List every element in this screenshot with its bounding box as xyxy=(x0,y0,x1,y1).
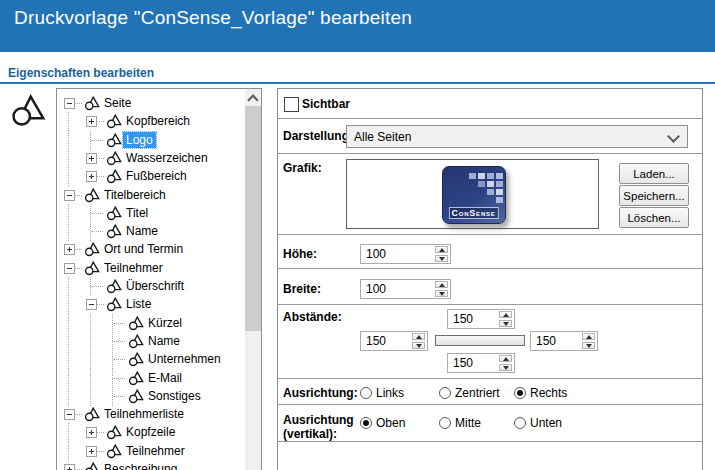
loeschen-button[interactable]: Löschen... xyxy=(619,207,689,228)
tree-item-teilnehmer[interactable]: Teilnehmer xyxy=(57,442,245,461)
tree-item-e-mail[interactable]: E-Mail xyxy=(57,369,245,388)
radio-links[interactable]: Links xyxy=(360,386,404,400)
tree-item-label[interactable]: Überschrift xyxy=(123,278,187,294)
tree-node-icon xyxy=(106,297,122,312)
tree-item-label[interactable]: Liste xyxy=(123,296,154,312)
collapse-toggle-icon[interactable] xyxy=(64,263,75,274)
tree-item-label[interactable]: Titelbereich xyxy=(101,187,169,203)
tree-item-label[interactable]: Sonstiges xyxy=(145,388,204,404)
grafik-preview: ConSense xyxy=(346,159,599,229)
spin-down-button[interactable] xyxy=(435,255,448,262)
tree-item-kuerzel[interactable]: Kürzel xyxy=(57,314,245,333)
tree-guide-line xyxy=(68,167,69,186)
tree-item-seite[interactable]: Seite xyxy=(57,94,245,113)
tree-item-label[interactable]: Name xyxy=(123,223,161,239)
collapse-toggle-icon[interactable] xyxy=(64,190,75,201)
tree-item-teilnehmer[interactable]: Teilnehmer xyxy=(57,259,245,278)
radio-zentriert[interactable]: Zentriert xyxy=(439,386,500,400)
darstellung-select[interactable]: Alle Seiten xyxy=(346,125,688,148)
tree-item-label[interactable]: Seite xyxy=(101,95,134,111)
tree-item-label[interactable]: Titel xyxy=(123,205,151,221)
collapse-toggle-icon[interactable] xyxy=(64,98,75,109)
row-divider xyxy=(278,118,702,119)
tree-item-label[interactable]: Kopfbereich xyxy=(123,113,193,129)
tree-item-label[interactable]: Teilnehmer xyxy=(123,443,188,459)
radio-oben[interactable]: Oben xyxy=(360,416,405,430)
tree-item-label[interactable]: Kürzel xyxy=(145,315,185,331)
spin-up-button[interactable] xyxy=(435,281,448,288)
tree-guide-line xyxy=(68,131,69,150)
tree-item-label[interactable]: Teilnehmer xyxy=(101,260,166,276)
tree-item-unternehmen[interactable]: Unternehmen xyxy=(57,350,245,369)
tree-item-label[interactable]: Teilnehmerliste xyxy=(101,406,187,422)
spin-down-button[interactable] xyxy=(499,364,512,371)
tree-scrollbar[interactable] xyxy=(245,89,261,470)
tree-item-label[interactable]: Ort und Termin xyxy=(101,241,186,257)
tree-item-fussbereich[interactable]: Fußbereich xyxy=(57,167,245,186)
tree-item-ueberschrift[interactable]: Überschrift xyxy=(57,277,245,296)
abstand-oben-spinner[interactable]: 150 xyxy=(447,309,515,329)
radio-mitte[interactable]: Mitte xyxy=(439,416,481,430)
tree-item-label[interactable]: Beschreibung xyxy=(101,461,180,470)
tree-item-label[interactable]: Unternehmen xyxy=(145,351,224,367)
tree-item-label[interactable]: Kopfzeile xyxy=(123,424,178,440)
collapse-toggle-icon[interactable] xyxy=(86,299,97,310)
abstand-rechts-spinner[interactable]: 150 xyxy=(530,331,598,351)
tree-node-icon xyxy=(106,425,122,440)
tree-item-titelbereich[interactable]: Titelbereich xyxy=(57,186,245,205)
expand-toggle-icon[interactable] xyxy=(86,427,97,438)
tree-node-icon xyxy=(106,224,122,239)
spin-down-button[interactable] xyxy=(412,342,425,349)
spin-up-button[interactable] xyxy=(435,246,448,253)
breite-spinner[interactable]: 100 xyxy=(360,279,451,299)
collapse-toggle-icon[interactable] xyxy=(64,409,75,420)
row-divider xyxy=(278,404,702,405)
spin-down-button[interactable] xyxy=(435,290,448,297)
spin-up-button[interactable] xyxy=(412,333,425,340)
tree-item-label[interactable]: Wasserzeichen xyxy=(123,150,211,166)
expand-toggle-icon[interactable] xyxy=(64,464,75,470)
abstand-links-spinner[interactable]: 150 xyxy=(360,331,428,351)
scrollbar-up-button[interactable] xyxy=(245,89,261,105)
tree-guide-line xyxy=(97,451,104,452)
spin-up-button[interactable] xyxy=(582,333,595,340)
radio-rechts[interactable]: Rechts xyxy=(514,386,567,400)
expand-toggle-icon[interactable] xyxy=(86,116,97,127)
scrollbar-thumb[interactable] xyxy=(245,106,261,331)
spin-buttons xyxy=(498,355,513,371)
expand-toggle-icon[interactable] xyxy=(86,153,97,164)
spin-up-button[interactable] xyxy=(499,311,512,318)
expand-toggle-icon[interactable] xyxy=(86,171,97,182)
tree-item-name[interactable]: Name xyxy=(57,222,245,241)
spin-down-button[interactable] xyxy=(499,320,512,327)
tree-item-titel[interactable]: Titel xyxy=(57,204,245,223)
tree-item-name[interactable]: Name xyxy=(57,332,245,351)
tree-item-label[interactable]: Name xyxy=(145,333,183,349)
speichern-button[interactable]: Speichern... xyxy=(619,185,689,206)
radio-unten[interactable]: Unten xyxy=(514,416,562,430)
tree-item-wasserzeichen[interactable]: Wasserzeichen xyxy=(57,149,245,168)
tree-item-beschreibung[interactable]: Beschreibung xyxy=(57,460,245,470)
tree-item-sonstiges[interactable]: Sonstiges xyxy=(57,387,245,406)
tree-item-ort-und-termin[interactable]: Ort und Termin xyxy=(57,240,245,259)
spin-down-button[interactable] xyxy=(582,342,595,349)
expand-toggle-icon[interactable] xyxy=(86,446,97,457)
tree-item-kopfzeile[interactable]: Kopfzeile xyxy=(57,423,245,442)
spin-up-button[interactable] xyxy=(499,355,512,362)
tree-item-label[interactable]: Fußbereich xyxy=(123,168,190,184)
abstand-unten-spinner[interactable]: 150 xyxy=(447,353,515,373)
logo-tile xyxy=(496,173,503,179)
laden-button[interactable]: Laden... xyxy=(619,163,689,184)
abstand-unten-value: 150 xyxy=(453,356,473,370)
tree-item-teilnehmerliste[interactable]: Teilnehmerliste xyxy=(57,405,245,424)
tree-item-label[interactable]: E-Mail xyxy=(145,370,185,386)
expand-toggle-icon[interactable] xyxy=(64,244,75,255)
tree-item-logo[interactable]: Logo xyxy=(57,131,245,150)
tree-item-kopfbereich[interactable]: Kopfbereich xyxy=(57,112,245,131)
consense-logo: ConSense xyxy=(442,166,506,224)
breite-value: 100 xyxy=(366,282,386,296)
sichtbar-checkbox[interactable] xyxy=(284,97,299,112)
tree-item-liste[interactable]: Liste xyxy=(57,295,245,314)
tree-item-label[interactable]: Logo xyxy=(123,132,156,148)
hoehe-spinner[interactable]: 100 xyxy=(360,244,451,264)
